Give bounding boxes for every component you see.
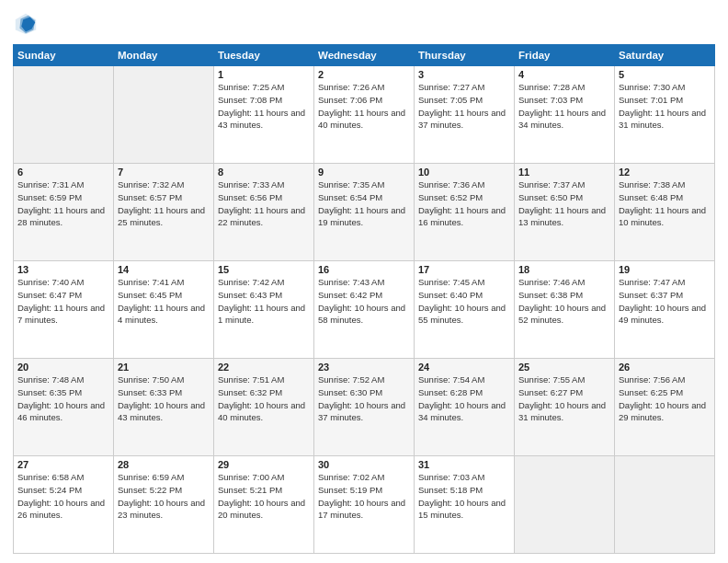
day-number: 5 [619, 69, 711, 80]
sunrise-text: Sunrise: 7:55 AM [518, 373, 610, 386]
day-number: 18 [518, 264, 610, 275]
sunset-text: Sunset: 5:22 PM [118, 484, 210, 497]
sunrise-text: Sunrise: 7:40 AM [17, 276, 109, 289]
daylight-text: Daylight: 11 hours and 25 minutes. [118, 204, 210, 230]
sunset-text: Sunset: 7:05 PM [418, 94, 510, 107]
calendar-cell: 26Sunrise: 7:56 AMSunset: 6:25 PMDayligh… [615, 359, 715, 456]
sunrise-text: Sunrise: 7:52 AM [318, 373, 410, 386]
daylight-text: Daylight: 11 hours and 4 minutes. [118, 302, 210, 327]
sunrise-text: Sunrise: 7:50 AM [118, 373, 210, 386]
daylight-text: Daylight: 11 hours and 13 minutes. [518, 204, 610, 230]
sunrise-text: Sunrise: 6:59 AM [118, 471, 210, 484]
daylight-text: Daylight: 10 hours and 58 minutes. [318, 302, 410, 327]
daylight-text: Daylight: 10 hours and 20 minutes. [218, 497, 310, 523]
calendar-cell: 21Sunrise: 7:50 AMSunset: 6:33 PMDayligh… [114, 359, 214, 456]
calendar-cell: 13Sunrise: 7:40 AMSunset: 6:47 PMDayligh… [14, 261, 114, 359]
day-number: 6 [17, 167, 109, 178]
sunset-text: Sunset: 6:37 PM [619, 289, 711, 302]
calendar-page: SundayMondayTuesdayWednesdayThursdayFrid… [0, 0, 728, 563]
day-info: Sunrise: 7:38 AMSunset: 6:48 PMDaylight:… [619, 178, 711, 229]
sunset-text: Sunset: 6:27 PM [518, 386, 610, 399]
calendar-cell: 31Sunrise: 7:03 AMSunset: 5:18 PMDayligh… [415, 456, 515, 554]
day-info: Sunrise: 7:03 AMSunset: 5:18 PMDaylight:… [418, 471, 510, 522]
sunset-text: Sunset: 6:48 PM [619, 191, 711, 204]
daylight-text: Daylight: 10 hours and 31 minutes. [518, 399, 610, 425]
calendar-cell: 23Sunrise: 7:52 AMSunset: 6:30 PMDayligh… [314, 359, 415, 456]
daylight-text: Daylight: 11 hours and 16 minutes. [418, 204, 510, 230]
daylight-text: Daylight: 10 hours and 52 minutes. [518, 302, 610, 327]
weekday-header-thursday: Thursday [415, 45, 515, 66]
sunset-text: Sunset: 6:28 PM [418, 386, 510, 399]
day-info: Sunrise: 7:37 AMSunset: 6:50 PMDaylight:… [518, 178, 610, 229]
day-number: 1 [218, 69, 310, 80]
day-info: Sunrise: 6:59 AMSunset: 5:22 PMDaylight:… [118, 471, 210, 522]
day-number: 13 [17, 264, 109, 275]
sunrise-text: Sunrise: 7:28 AM [518, 81, 610, 94]
sunset-text: Sunset: 7:08 PM [218, 94, 310, 107]
sunrise-text: Sunrise: 7:47 AM [619, 276, 711, 289]
day-number: 7 [118, 167, 210, 178]
sunrise-text: Sunrise: 7:35 AM [318, 178, 410, 191]
day-info: Sunrise: 7:47 AMSunset: 6:37 PMDaylight:… [619, 276, 711, 327]
sunrise-text: Sunrise: 7:33 AM [218, 178, 310, 191]
day-number: 17 [418, 264, 510, 275]
day-info: Sunrise: 7:30 AMSunset: 7:01 PMDaylight:… [619, 81, 711, 132]
daylight-text: Daylight: 11 hours and 7 minutes. [17, 302, 109, 327]
day-info: Sunrise: 7:36 AMSunset: 6:52 PMDaylight:… [418, 178, 510, 229]
day-number: 4 [518, 69, 610, 80]
calendar-week-4: 20Sunrise: 7:48 AMSunset: 6:35 PMDayligh… [14, 359, 715, 456]
sunset-text: Sunset: 6:57 PM [118, 191, 210, 204]
sunset-text: Sunset: 6:52 PM [418, 191, 510, 204]
day-info: Sunrise: 7:52 AMSunset: 6:30 PMDaylight:… [318, 373, 410, 424]
day-info: Sunrise: 7:50 AMSunset: 6:33 PMDaylight:… [118, 373, 210, 424]
calendar-cell: 7Sunrise: 7:32 AMSunset: 6:57 PMDaylight… [114, 164, 214, 261]
weekday-header-sunday: Sunday [14, 45, 114, 66]
daylight-text: Daylight: 10 hours and 34 minutes. [418, 399, 510, 425]
calendar-cell: 12Sunrise: 7:38 AMSunset: 6:48 PMDayligh… [615, 164, 715, 261]
calendar-cell: 5Sunrise: 7:30 AMSunset: 7:01 PMDaylight… [615, 66, 715, 164]
sunset-text: Sunset: 6:35 PM [17, 386, 109, 399]
sunset-text: Sunset: 5:24 PM [17, 484, 109, 497]
day-number: 14 [118, 264, 210, 275]
calendar-cell: 28Sunrise: 6:59 AMSunset: 5:22 PMDayligh… [114, 456, 214, 554]
day-number: 15 [218, 264, 310, 275]
calendar-table: SundayMondayTuesdayWednesdayThursdayFrid… [13, 44, 715, 554]
sunrise-text: Sunrise: 7:31 AM [17, 178, 109, 191]
day-info: Sunrise: 7:56 AMSunset: 6:25 PMDaylight:… [619, 373, 711, 424]
daylight-text: Daylight: 11 hours and 1 minute. [218, 302, 310, 327]
day-number: 22 [218, 362, 310, 373]
daylight-text: Daylight: 11 hours and 19 minutes. [318, 204, 410, 230]
calendar-week-2: 6Sunrise: 7:31 AMSunset: 6:59 PMDaylight… [14, 164, 715, 261]
day-info: Sunrise: 7:48 AMSunset: 6:35 PMDaylight:… [17, 373, 109, 424]
day-info: Sunrise: 7:33 AMSunset: 6:56 PMDaylight:… [218, 178, 310, 229]
sunset-text: Sunset: 5:21 PM [218, 484, 310, 497]
sunrise-text: Sunrise: 7:27 AM [418, 81, 510, 94]
calendar-cell: 8Sunrise: 7:33 AMSunset: 6:56 PMDaylight… [214, 164, 314, 261]
sunrise-text: Sunrise: 7:48 AM [17, 373, 109, 386]
day-number: 28 [118, 459, 210, 470]
sunset-text: Sunset: 6:56 PM [218, 191, 310, 204]
calendar-cell: 29Sunrise: 7:00 AMSunset: 5:21 PMDayligh… [214, 456, 314, 554]
sunrise-text: Sunrise: 7:03 AM [418, 471, 510, 484]
sunrise-text: Sunrise: 7:25 AM [218, 81, 310, 94]
daylight-text: Daylight: 11 hours and 10 minutes. [619, 204, 711, 230]
daylight-text: Daylight: 10 hours and 49 minutes. [619, 302, 711, 327]
weekday-header-saturday: Saturday [615, 45, 715, 66]
day-info: Sunrise: 7:28 AMSunset: 7:03 PMDaylight:… [518, 81, 610, 132]
day-number: 31 [418, 459, 510, 470]
weekday-header-tuesday: Tuesday [214, 45, 314, 66]
day-number: 27 [17, 459, 109, 470]
sunrise-text: Sunrise: 7:41 AM [118, 276, 210, 289]
calendar-cell: 11Sunrise: 7:37 AMSunset: 6:50 PMDayligh… [515, 164, 615, 261]
header [13, 11, 715, 37]
sunset-text: Sunset: 6:32 PM [218, 386, 310, 399]
calendar-cell: 4Sunrise: 7:28 AMSunset: 7:03 PMDaylight… [515, 66, 615, 164]
calendar-week-5: 27Sunrise: 6:58 AMSunset: 5:24 PMDayligh… [14, 456, 715, 554]
day-number: 19 [619, 264, 711, 275]
sunrise-text: Sunrise: 7:54 AM [418, 373, 510, 386]
sunset-text: Sunset: 5:18 PM [418, 484, 510, 497]
day-number: 10 [418, 167, 510, 178]
calendar-cell: 25Sunrise: 7:55 AMSunset: 6:27 PMDayligh… [515, 359, 615, 456]
day-number: 29 [218, 459, 310, 470]
sunset-text: Sunset: 7:03 PM [518, 94, 610, 107]
